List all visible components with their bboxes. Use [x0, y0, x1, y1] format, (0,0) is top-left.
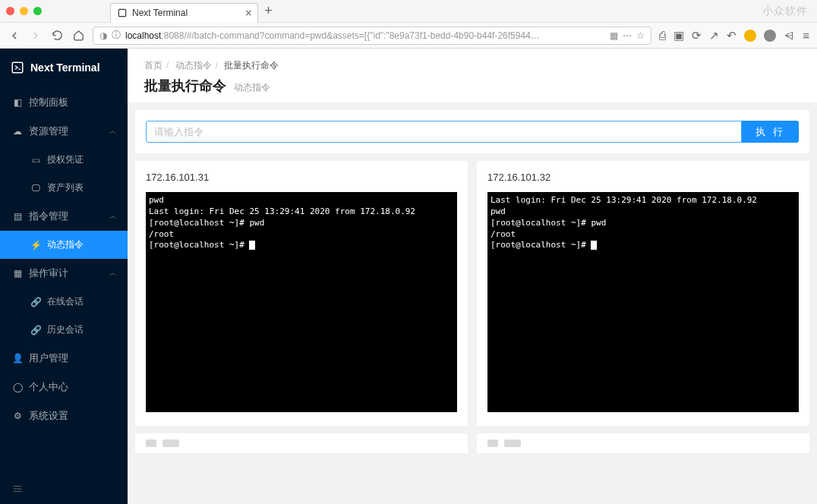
cursor-icon — [249, 241, 255, 250]
user-icon: 👤 — [12, 353, 23, 364]
idcard-icon: ▭ — [30, 155, 41, 165]
brand-logo[interactable]: Next Terminal — [0, 49, 128, 88]
terminal-output[interactable]: pwd Last login: Fri Dec 25 13:29:41 2020… — [146, 192, 457, 412]
browser-tab[interactable]: Next Terminal × — [110, 3, 258, 23]
link-icon: 🔗 — [30, 325, 41, 335]
gear-icon: ⚙ — [12, 411, 23, 421]
sidebar-item[interactable]: ⚙系统设置 — [0, 402, 128, 430]
sidebar-item[interactable]: ◯个人中心 — [0, 373, 128, 402]
window-controls — [6, 7, 42, 15]
sidebar-item[interactable]: ▭授权凭证 — [0, 146, 128, 174]
forward-button[interactable] — [29, 29, 43, 43]
terminal-grid: 172.16.101.31pwd Last login: Fri Dec 25 … — [128, 153, 817, 433]
code-icon: ▤ — [12, 211, 23, 222]
execute-button[interactable]: 执 行 — [742, 121, 799, 143]
svg-rect-0 — [118, 9, 125, 16]
qr-icon[interactable]: ▦ — [610, 30, 618, 41]
menu-icon[interactable]: ≡ — [803, 29, 809, 42]
url-text: localhost:8088/#/batch-command?command=p… — [125, 30, 605, 41]
sidebar-item-label: 资源管理 — [29, 124, 68, 138]
chevron-up-icon: ︿ — [109, 211, 117, 222]
terminal-card: 172.16.101.32Last login: Fri Dec 25 13:2… — [477, 161, 809, 426]
new-tab-button[interactable]: + — [264, 3, 273, 19]
breadcrumb: 首页/ 动态指令/ 批量执行命令 — [144, 59, 800, 72]
address-bar[interactable]: ◑ ⓘ localhost:8088/#/batch-command?comma… — [93, 27, 651, 45]
card-footer-row — [128, 433, 817, 461]
extensions-icon[interactable]: ⩤ — [784, 29, 795, 42]
page-title: 批量执行命令 动态指令 — [144, 77, 800, 95]
command-input[interactable] — [146, 121, 742, 143]
cloud-icon: ☁ — [12, 126, 23, 137]
bolt-icon: ⚡ — [30, 240, 41, 250]
logo-icon — [11, 61, 24, 74]
page-title-text: 批量执行命令 — [144, 77, 226, 95]
tab-title: Next Terminal — [132, 8, 188, 18]
dashboard-icon: ◧ — [12, 97, 23, 108]
sidebar-item[interactable]: ◧控制面板 — [0, 88, 128, 117]
sidebar-item-label: 历史会话 — [47, 323, 84, 336]
terminal-ip: 172.16.101.31 — [146, 172, 457, 183]
sidebar-item[interactable]: 🖵资产列表 — [0, 174, 128, 202]
sidebar-item-label: 系统设置 — [29, 409, 68, 423]
home-button[interactable] — [71, 29, 85, 43]
page-subtitle: 动态指令 — [234, 81, 270, 94]
card-footer — [477, 433, 809, 453]
browser-tab-strip: Next Terminal × + 小众软件 — [0, 0, 817, 23]
sidebar-item[interactable]: ⚡动态指令 — [0, 231, 128, 259]
sidebar-menu: ◧控制面板☁资源管理︿▭授权凭证🖵资产列表▤指令管理︿⚡动态指令▦操作审计︿🔗在… — [0, 88, 128, 430]
browser-nav-bar: ◑ ⓘ localhost:8088/#/batch-command?comma… — [0, 23, 817, 49]
reload-button[interactable] — [50, 29, 64, 43]
more-icon[interactable]: ⋯ — [623, 30, 632, 41]
sidebar-item[interactable]: ▦操作审计︿ — [0, 259, 128, 288]
sidebar-item[interactable]: 🔗在线会话 — [0, 288, 128, 316]
back-button[interactable] — [8, 29, 21, 43]
desktop-icon: 🖵 — [30, 183, 41, 194]
sidebar-item-label: 指令管理 — [29, 209, 68, 223]
sidebar: Next Terminal ◧控制面板☁资源管理︿▭授权凭证🖵资产列表▤指令管理… — [0, 49, 128, 504]
breadcrumb-item: 批量执行命令 — [224, 60, 279, 71]
breadcrumb-item[interactable]: 首页 — [144, 60, 162, 71]
extension-icon[interactable] — [764, 30, 776, 42]
sidebar-icon[interactable]: ▣ — [673, 29, 684, 43]
undo-icon[interactable]: ↶ — [727, 29, 737, 43]
cursor-icon — [591, 241, 597, 250]
library-icon[interactable]: ⎙ — [659, 29, 666, 42]
chevron-up-icon: ︿ — [109, 268, 117, 279]
audit-icon: ▦ — [12, 268, 23, 279]
sync-icon[interactable]: ⟳ — [692, 29, 702, 43]
shield-icon: ◑ — [99, 30, 107, 41]
chevron-up-icon: ︿ — [109, 126, 117, 137]
tab-close-button[interactable]: × — [245, 7, 251, 19]
info-icon: ⓘ — [112, 29, 121, 42]
app-container: Next Terminal ◧控制面板☁资源管理︿▭授权凭证🖵资产列表▤指令管理… — [0, 49, 817, 504]
link-icon: 🔗 — [30, 297, 41, 307]
terminal-ip: 172.16.101.32 — [487, 172, 799, 183]
sidebar-item[interactable]: ☁资源管理︿ — [0, 117, 128, 146]
minimize-window-icon[interactable] — [20, 7, 28, 15]
sidebar-item-label: 用户管理 — [29, 351, 68, 365]
share-icon[interactable]: ↗ — [709, 29, 719, 43]
sidebar-item-label: 动态指令 — [47, 238, 84, 251]
bookmark-icon[interactable]: ☆ — [636, 30, 645, 41]
command-bar: 执 行 — [135, 110, 809, 153]
content-area: 首页/ 动态指令/ 批量执行命令 批量执行命令 动态指令 执 行 172.16.… — [128, 49, 817, 504]
extension-icon[interactable] — [744, 30, 756, 42]
brand-text: Next Terminal — [30, 61, 100, 74]
sidebar-item[interactable]: 🔗历史会话 — [0, 316, 128, 344]
circle-icon: ◯ — [12, 382, 23, 392]
sidebar-item[interactable]: 👤用户管理 — [0, 344, 128, 373]
breadcrumb-item[interactable]: 动态指令 — [175, 60, 212, 71]
maximize-window-icon[interactable] — [33, 7, 42, 15]
sidebar-item-label: 控制面板 — [29, 96, 68, 109]
sidebar-item-label: 授权凭证 — [47, 153, 84, 166]
placeholder-bar — [487, 439, 498, 447]
sidebar-item-label: 资产列表 — [47, 181, 84, 194]
tab-favicon-icon — [117, 8, 128, 18]
close-window-icon[interactable] — [6, 7, 14, 15]
sidebar-item-label: 在线会话 — [47, 295, 84, 308]
sidebar-item[interactable]: ▤指令管理︿ — [0, 202, 128, 231]
terminal-output[interactable]: Last login: Fri Dec 25 13:29:41 2020 fro… — [487, 192, 799, 412]
terminal-card: 172.16.101.31pwd Last login: Fri Dec 25 … — [135, 161, 468, 426]
placeholder-bar — [146, 439, 156, 447]
sidebar-collapse-button[interactable] — [0, 476, 128, 504]
